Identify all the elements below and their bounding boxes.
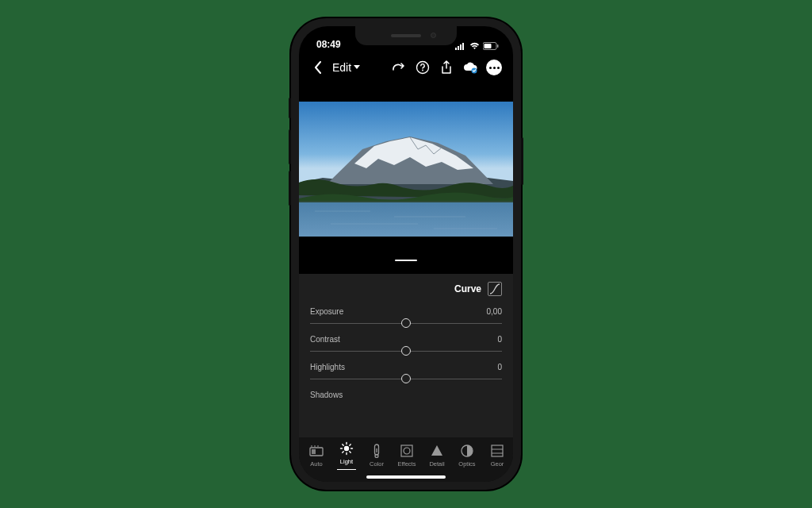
edit-label: Edit: [332, 61, 351, 74]
edited-photo: [299, 102, 513, 237]
slider-exposure: Exposure0,00: [310, 307, 502, 330]
slider-shadows: Shadows: [310, 391, 502, 399]
tab-effects[interactable]: Effects: [393, 444, 421, 468]
tab-geor[interactable]: Geor: [483, 444, 511, 468]
svg-rect-3: [462, 43, 464, 50]
geor-icon: [490, 444, 504, 458]
slider-label: Exposure: [310, 307, 343, 316]
phone-frame: 08:49 Edit: [291, 18, 521, 490]
svg-line-27: [350, 444, 350, 445]
tab-label: Optics: [458, 460, 475, 468]
tab-detail[interactable]: Detail: [423, 444, 451, 468]
redo-button[interactable]: [389, 58, 408, 77]
slider-track[interactable]: [310, 371, 502, 386]
curve-button[interactable]: [488, 282, 502, 296]
screen: 08:49 Edit: [299, 26, 513, 482]
svg-point-32: [404, 448, 410, 454]
slider-label: Shadows: [310, 391, 343, 399]
tab-label: Detail: [429, 460, 444, 468]
tab-label: Light: [340, 458, 353, 465]
tab-label: Auto: [310, 460, 322, 468]
slider-track[interactable]: [310, 316, 502, 330]
tab-label: Effects: [398, 460, 416, 468]
slider-label: Highlights: [310, 363, 345, 371]
svg-rect-11: [299, 202, 513, 237]
curve-label: Curve: [454, 283, 481, 294]
panel-drag-area[interactable]: [299, 247, 513, 274]
chevron-down-icon: [354, 65, 360, 70]
svg-point-29: [375, 455, 378, 458]
battery-icon: [483, 42, 499, 50]
wifi-icon: [469, 42, 480, 50]
slider-knob[interactable]: [401, 318, 411, 328]
tab-label: Geor: [491, 460, 504, 468]
svg-rect-31: [401, 445, 412, 456]
svg-rect-1: [458, 46, 459, 50]
drag-handle-icon: [395, 260, 417, 261]
status-icons: [455, 42, 499, 50]
slider-value: 0,00: [487, 307, 502, 316]
share-button[interactable]: [437, 58, 456, 77]
detail-icon: [430, 444, 444, 458]
svg-rect-34: [492, 445, 503, 456]
svg-line-24: [343, 444, 343, 445]
slider-contrast: Contrast0: [310, 335, 502, 358]
slider-value: 0: [497, 335, 502, 344]
slider-knob[interactable]: [401, 346, 411, 356]
curve-icon: [489, 283, 500, 294]
home-indicator[interactable]: [366, 475, 446, 479]
light-icon: [339, 441, 354, 456]
more-button[interactable]: [485, 58, 504, 77]
tab-light[interactable]: Light: [332, 441, 361, 471]
signal-icon: [455, 42, 466, 50]
svg-line-26: [343, 452, 343, 452]
slider-value: 0: [497, 363, 502, 371]
edit-dropdown[interactable]: Edit: [332, 61, 360, 74]
help-button[interactable]: [413, 58, 432, 77]
svg-rect-6: [497, 44, 499, 48]
optics-icon: [460, 444, 474, 458]
cloud-sync-button[interactable]: [461, 58, 480, 77]
svg-rect-18: [312, 449, 316, 454]
tab-color[interactable]: Color: [362, 444, 391, 468]
svg-point-8: [422, 70, 423, 71]
svg-point-19: [344, 446, 349, 451]
color-icon: [370, 444, 384, 458]
effects-icon: [400, 444, 414, 458]
status-time: 08:49: [316, 39, 341, 50]
auto-icon: [309, 444, 324, 458]
tab-auto[interactable]: Auto: [302, 444, 331, 468]
svg-rect-0: [455, 48, 457, 50]
svg-rect-2: [460, 44, 462, 50]
slider-knob[interactable]: [401, 374, 411, 383]
app-toolbar: Edit: [299, 52, 513, 83]
slider-label: Contrast: [310, 335, 340, 344]
slider-highlights: Highlights0: [310, 363, 502, 386]
svg-line-25: [350, 452, 350, 452]
notch: [355, 26, 457, 45]
photo-viewport[interactable]: [299, 91, 513, 247]
back-button[interactable]: [308, 58, 327, 77]
tab-optics[interactable]: Optics: [453, 444, 481, 468]
slider-track[interactable]: [310, 344, 502, 358]
svg-rect-5: [485, 44, 492, 48]
tab-label: Color: [370, 460, 384, 468]
